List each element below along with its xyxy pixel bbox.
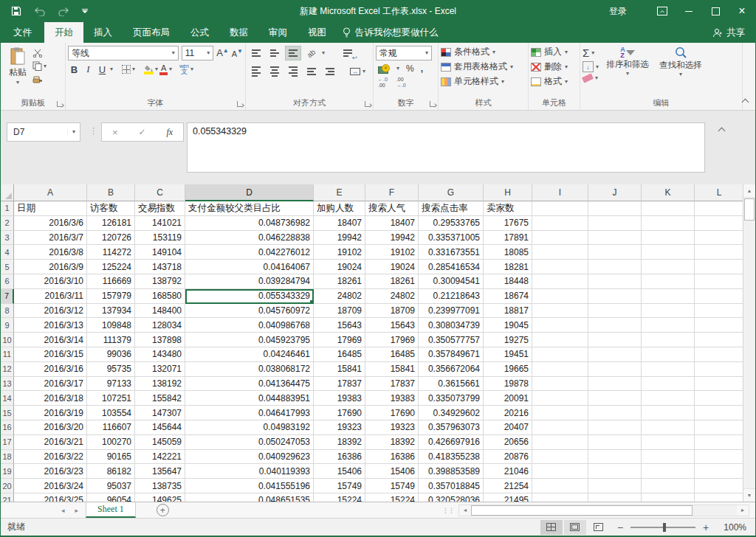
cell-B4[interactable]: 114272 <box>87 245 135 260</box>
cell-D19[interactable]: 0.040119393 <box>185 464 314 479</box>
cell-J11[interactable] <box>588 347 642 362</box>
fill-color-button[interactable] <box>144 65 154 75</box>
cell-I4[interactable] <box>532 245 588 260</box>
cell-K13[interactable] <box>642 377 695 392</box>
cell-B18[interactable]: 90165 <box>87 450 135 465</box>
cell-G15[interactable]: 0.34929602 <box>419 406 484 420</box>
select-all-corner[interactable] <box>1 184 14 201</box>
row-header-15[interactable]: 15 <box>1 406 14 420</box>
cell-K9[interactable] <box>642 318 695 333</box>
bottom-align-button[interactable] <box>285 46 301 60</box>
formula-input[interactable]: 0.055343329 <box>187 122 705 173</box>
cell-C7[interactable]: 168580 <box>135 289 185 304</box>
cell-G11[interactable]: 0.357849671 <box>419 347 484 362</box>
cell-K8[interactable] <box>642 304 695 319</box>
cell-E7[interactable]: 24802 <box>314 289 365 304</box>
cell-D13[interactable]: 0.041364475 <box>185 377 314 392</box>
cell-J8[interactable] <box>588 304 642 319</box>
cell-C4[interactable]: 149104 <box>135 245 185 260</box>
cell-E13[interactable]: 17837 <box>314 377 365 392</box>
horizontal-scroll-thumb[interactable] <box>471 505 693 516</box>
cell-I19[interactable] <box>532 464 588 479</box>
cell-A4[interactable]: 2016/3/8 <box>14 245 87 260</box>
cell-E20[interactable]: 15749 <box>314 479 365 493</box>
row-header-2[interactable]: 2 <box>1 216 14 231</box>
cell-G12[interactable]: 0.356672064 <box>419 362 484 377</box>
cell-B12[interactable]: 95735 <box>87 362 135 377</box>
cell-K21[interactable] <box>642 493 695 502</box>
cell-C20[interactable]: 138735 <box>135 479 185 493</box>
cell-A6[interactable]: 2016/3/10 <box>14 274 87 289</box>
cell-C1[interactable]: 交易指数 <box>135 201 185 216</box>
sort-filter-button[interactable]: AZ 排序和筛选 ▾ <box>603 46 652 97</box>
horizontal-splitter[interactable]: ⋮⋮ <box>442 507 458 514</box>
cell-K2[interactable] <box>642 216 695 231</box>
cell-I14[interactable] <box>532 391 588 406</box>
wrap-text-button[interactable]: ↩ <box>340 46 356 60</box>
cell-L5[interactable] <box>695 260 744 274</box>
cell-B16[interactable]: 116607 <box>87 420 135 435</box>
cell-G7[interactable]: 0.21218643 <box>419 289 484 304</box>
increase-decimal-button[interactable]: ←.0.00 <box>378 77 388 88</box>
cell-D16[interactable]: 0.04983192 <box>185 420 314 435</box>
cell-H20[interactable]: 21254 <box>484 479 532 493</box>
cell-G13[interactable]: 0.3615661 <box>419 377 484 392</box>
minimize-button[interactable] <box>676 0 702 22</box>
cell-D6[interactable]: 0.039284794 <box>185 274 314 289</box>
cell-H15[interactable]: 20216 <box>484 406 532 420</box>
cell-K12[interactable] <box>642 362 695 377</box>
cell-K19[interactable] <box>642 464 695 479</box>
cell-L21[interactable] <box>695 493 744 502</box>
previous-sheet-icon[interactable]: ◂ <box>61 507 65 514</box>
column-header-C[interactable]: C <box>135 184 185 201</box>
horizontal-scrollbar[interactable]: ◂ ▸ <box>458 505 749 516</box>
cell-C10[interactable]: 137898 <box>135 333 185 347</box>
cell-J20[interactable] <box>588 479 642 493</box>
cell-F21[interactable]: 15224 <box>365 493 419 502</box>
cell-D3[interactable]: 0.046228838 <box>185 231 314 246</box>
cell-C3[interactable]: 153119 <box>135 231 185 246</box>
cell-J21[interactable] <box>588 493 642 502</box>
row-header-7[interactable]: 7 <box>1 289 14 304</box>
cell-K16[interactable] <box>642 420 695 435</box>
cell-I13[interactable] <box>532 377 588 392</box>
autosum-button[interactable]: Σ▾ <box>583 47 599 58</box>
accounting-dropdown-icon[interactable]: ▾ <box>396 66 399 72</box>
vertical-scroll-thumb[interactable] <box>744 198 755 221</box>
name-box[interactable]: D7 ▾ <box>7 122 80 142</box>
cell-D9[interactable]: 0.040986768 <box>185 318 314 333</box>
cell-G2[interactable]: 0.29533765 <box>419 216 484 231</box>
row-header-20[interactable]: 20 <box>1 479 14 493</box>
merge-center-icon[interactable]: ↔ <box>350 68 360 75</box>
cell-B5[interactable]: 125224 <box>87 260 135 274</box>
column-header-G[interactable]: G <box>419 184 484 201</box>
cell-I16[interactable] <box>532 420 588 435</box>
scroll-right-icon[interactable]: ▸ <box>737 505 749 516</box>
cell-F6[interactable]: 18261 <box>365 274 419 289</box>
cell-K5[interactable] <box>642 260 695 274</box>
column-header-L[interactable]: L <box>695 184 744 201</box>
cell-B8[interactable]: 137934 <box>87 304 135 319</box>
cell-G10[interactable]: 0.350577757 <box>419 333 484 347</box>
phonetic-guide-button[interactable]: wén文 <box>179 63 189 75</box>
cell-L4[interactable] <box>695 245 744 260</box>
cell-D14[interactable]: 0.044883951 <box>185 391 314 406</box>
next-sheet-icon[interactable]: ▸ <box>75 507 79 514</box>
cell-F12[interactable]: 15841 <box>365 362 419 377</box>
cell-H1[interactable]: 卖家数 <box>484 201 532 216</box>
delete-cells-button[interactable]: 删除▾ <box>531 60 577 73</box>
decrease-font-button[interactable]: A▼ <box>232 48 243 58</box>
cell-G3[interactable]: 0.335371005 <box>419 231 484 246</box>
cell-H19[interactable]: 21046 <box>484 464 532 479</box>
row-header-3[interactable]: 3 <box>1 231 14 246</box>
cell-I9[interactable] <box>532 318 588 333</box>
collapse-formula-bar-icon[interactable] <box>718 128 726 135</box>
row-header-18[interactable]: 18 <box>1 450 14 465</box>
collapse-ribbon-icon[interactable] <box>742 99 749 106</box>
row-header-11[interactable]: 11 <box>1 347 14 362</box>
cell-J3[interactable] <box>588 231 642 246</box>
row-header-12[interactable]: 12 <box>1 362 14 377</box>
cell-I18[interactable] <box>532 450 588 465</box>
normal-view-button[interactable] <box>540 520 563 535</box>
cell-D8[interactable]: 0.045760972 <box>185 304 314 319</box>
